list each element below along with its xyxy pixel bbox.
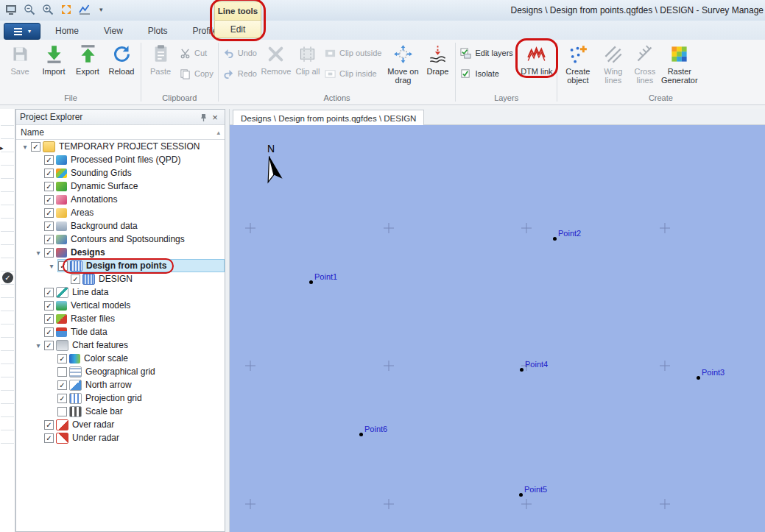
close-icon[interactable]: ×	[209, 111, 221, 123]
tree-row[interactable]: Dynamic Surface	[16, 180, 225, 193]
edit-layers-button[interactable]: Edit layers	[460, 47, 512, 59]
panel-collapse-arrow-icon[interactable]: ▸	[0, 144, 4, 152]
point-label: Point5	[524, 485, 547, 494]
tree-row[interactable]: ▾Designs	[16, 246, 225, 259]
checkbox[interactable]	[44, 301, 54, 311]
tree-row[interactable]: Line data	[16, 285, 225, 299]
profile-icon[interactable]	[78, 3, 91, 16]
checkbox[interactable]	[44, 221, 54, 231]
tree-row[interactable]: Vertical models	[16, 299, 225, 312]
tree-row[interactable]: Areas	[16, 206, 225, 219]
chevron-down-icon[interactable]: ▾	[19, 143, 31, 151]
cross-lines-button[interactable]: Cross lines	[630, 40, 660, 85]
tab-home[interactable]: Home	[43, 22, 91, 40]
checkbox[interactable]	[44, 433, 54, 443]
save-button[interactable]: Save	[3, 40, 37, 76]
checkbox[interactable]	[44, 208, 54, 218]
tree-row[interactable]: Under radar	[16, 431, 225, 444]
checkbox[interactable]	[57, 367, 67, 377]
tree-row[interactable]: Tide data	[16, 325, 225, 338]
chevron-down-icon[interactable]: ▾	[32, 249, 44, 257]
clip-outside-button[interactable]: Clip outside	[325, 47, 381, 59]
map-view[interactable]: N Point1 Point2 Point3 Point4 Point5 Poi…	[230, 125, 765, 532]
remove-button[interactable]: Remove	[259, 40, 293, 76]
application-menu-button[interactable]: ▾	[4, 23, 40, 40]
isolate-button[interactable]: Isolate	[460, 68, 512, 79]
checkbox[interactable]	[58, 261, 68, 271]
checkbox[interactable]	[44, 155, 54, 165]
tree-row[interactable]: Scale bar	[16, 405, 225, 418]
tree-row[interactable]: Raster files	[16, 312, 225, 325]
move-on-drag-button[interactable]: Move on drag	[384, 40, 422, 85]
sort-arrow-icon[interactable]: ▴	[216, 129, 220, 136]
ribbon-divider	[141, 43, 141, 102]
active-layer-check-icon[interactable]: ✓	[2, 272, 13, 283]
checkbox[interactable]	[57, 380, 67, 390]
checkbox[interactable]	[31, 142, 40, 152]
copy-button[interactable]: Copy	[180, 68, 214, 79]
wing-lines-button[interactable]: Wing lines	[596, 40, 630, 85]
button-label: Undo	[238, 49, 257, 57]
tree-row[interactable]: Color scale	[16, 352, 225, 365]
tree-row[interactable]: ▾TEMPORARY PROJECT SESSION	[16, 140, 225, 153]
drape-button[interactable]: Drape	[422, 40, 453, 76]
checkbox[interactable]	[44, 195, 54, 205]
tree-row[interactable]: Projection grid	[16, 391, 225, 405]
tree-row-design-from-points[interactable]: ▾Design from points	[16, 259, 225, 272]
button-label: Save	[10, 67, 29, 76]
fit-extents-icon[interactable]	[60, 3, 73, 16]
project-explorer-panel: Project Explorer × Name ▴ ▾TEMPORARY PRO…	[15, 109, 225, 532]
zoom-in-icon[interactable]	[41, 3, 54, 16]
document-tab[interactable]: Designs \ Design from points.qgfdes \ DE…	[233, 110, 424, 126]
checkbox[interactable]	[44, 327, 54, 337]
tree-row[interactable]: Sounding Grids	[16, 166, 225, 180]
import-button[interactable]: Import	[37, 40, 71, 76]
screen-icon[interactable]	[4, 3, 18, 16]
checkbox[interactable]	[57, 354, 67, 363]
tree-row[interactable]: Contours and Spotsoundings	[16, 233, 225, 246]
checkbox[interactable]	[44, 314, 54, 324]
list-icon	[13, 27, 24, 36]
dtm-link-button[interactable]: DTM link	[519, 40, 554, 76]
button-label: Create object	[560, 67, 596, 85]
checkbox[interactable]	[57, 394, 67, 403]
checkbox[interactable]	[44, 235, 54, 244]
raster-generator-icon	[669, 44, 689, 64]
tree-row[interactable]: Annotations	[16, 193, 225, 206]
undo-icon	[223, 48, 234, 59]
pin-icon[interactable]	[197, 111, 209, 123]
paste-button[interactable]: Paste	[144, 40, 177, 76]
export-button[interactable]: Export	[71, 40, 105, 76]
cut-button[interactable]: Cut	[180, 47, 214, 59]
quick-access-caret-icon[interactable]: ▾	[96, 6, 103, 13]
tab-plots[interactable]: Plots	[135, 22, 180, 40]
tree-row[interactable]: Geographical grid	[16, 365, 225, 378]
tree-row[interactable]: DESIGN	[16, 272, 225, 285]
checkbox[interactable]	[44, 341, 54, 350]
clip-inside-button[interactable]: Clip inside	[325, 68, 381, 79]
checkbox[interactable]	[44, 420, 54, 430]
zoom-window-icon[interactable]	[23, 3, 36, 16]
checkbox[interactable]	[44, 288, 54, 297]
checkbox[interactable]	[44, 182, 54, 191]
tree-row[interactable]: ▾Chart features	[16, 338, 225, 352]
tree-row[interactable]: Background data	[16, 219, 225, 233]
checkbox[interactable]	[44, 248, 54, 258]
checkbox[interactable]	[71, 274, 80, 284]
redo-button[interactable]: Redo	[223, 68, 257, 79]
tree-row[interactable]: Processed Point files (QPD)	[16, 153, 225, 166]
chevron-down-icon[interactable]: ▾	[32, 341, 44, 350]
clip-all-button[interactable]: Clip all	[293, 40, 322, 76]
create-object-button[interactable]: Create object	[560, 40, 596, 85]
tab-edit[interactable]: Edit	[214, 21, 261, 38]
checkbox[interactable]	[44, 169, 54, 178]
reload-button[interactable]: Reload	[105, 40, 138, 76]
tree-row[interactable]: North arrow	[16, 378, 225, 391]
tree-label: Sounding Grids	[68, 168, 134, 178]
undo-button[interactable]: Undo	[223, 47, 257, 59]
raster-generator-button[interactable]: Raster Generator	[660, 40, 699, 85]
checkbox[interactable]	[57, 407, 67, 416]
tree-row[interactable]: Over radar	[16, 418, 225, 431]
tab-view[interactable]: View	[91, 22, 135, 40]
chevron-down-icon[interactable]: ▾	[46, 262, 57, 270]
